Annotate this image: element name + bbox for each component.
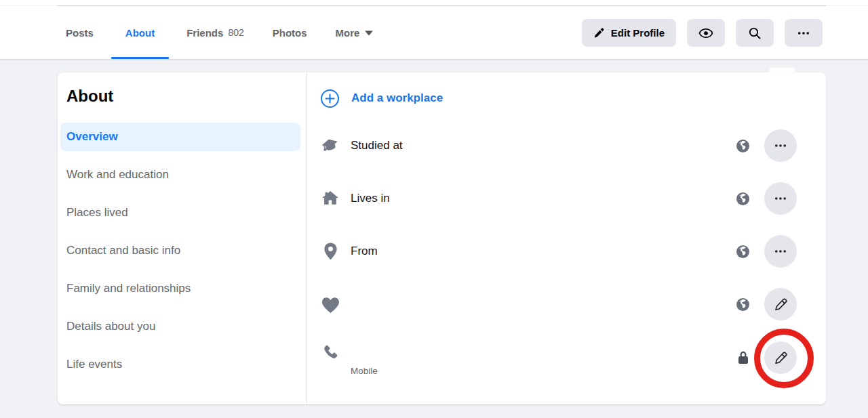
globe-icon: [736, 192, 750, 206]
ellipsis-icon: [774, 192, 787, 205]
more-options-button[interactable]: [785, 19, 823, 47]
pencil-filled-icon: [593, 27, 605, 39]
location-pin-icon: [320, 242, 340, 262]
eye-icon: [698, 26, 713, 41]
about-sidebar-menu: OverviewWork and educationPlaces livedCo…: [60, 123, 300, 383]
graduation-cap-icon: [320, 135, 340, 156]
tab-label: More: [336, 27, 360, 39]
row-controls: [736, 129, 797, 162]
info-row-studied-at: Studied at: [320, 129, 797, 162]
row-controls: [736, 182, 797, 215]
sidebar-item-label: Life events: [66, 358, 122, 371]
house-icon: [320, 189, 340, 208]
sidebar-item-places-lived[interactable]: Places lived: [60, 194, 300, 232]
edit-profile-label: Edit Profile: [611, 27, 665, 39]
edit-button[interactable]: [764, 288, 797, 320]
row-controls: [736, 341, 797, 374]
options-button[interactable]: [764, 129, 797, 162]
sidebar-item-label: Contact and basic info: [66, 244, 180, 257]
active-tab-underline: [111, 57, 169, 59]
edit-profile-button[interactable]: Edit Profile: [582, 19, 676, 47]
plus-circle-icon: [320, 89, 340, 108]
search-profile-button[interactable]: [736, 19, 774, 47]
heart-icon: [320, 295, 340, 314]
add-workplace-label: Add a workplace: [351, 91, 443, 105]
row-label: Lives in: [351, 192, 390, 205]
tab-label: Friends: [186, 27, 223, 39]
sidebar-item-life-events[interactable]: Life events: [60, 346, 300, 383]
row-label: From: [351, 245, 378, 258]
profile-header: PostsAboutFriends802PhotosMore Edit Prof…: [0, 0, 868, 59]
lock-icon: [736, 350, 750, 366]
about-card-title: About: [66, 87, 113, 106]
friends-count: 802: [228, 27, 243, 38]
add-workplace-link[interactable]: Add a workplace: [320, 82, 443, 114]
about-card: About OverviewWork and educationPlaces l…: [58, 72, 826, 404]
sidebar-divider: [307, 72, 307, 404]
row-controls: [736, 288, 797, 320]
search-icon: [748, 26, 762, 40]
row-sublabel: Mobile: [351, 366, 378, 376]
phone-icon: [320, 343, 340, 361]
ellipsis-icon: [774, 139, 787, 152]
sidebar-item-label: Work and education: [66, 168, 169, 182]
tab-label: Photos: [273, 27, 307, 39]
sidebar-item-label: Details about you: [66, 320, 155, 333]
info-row-heart: [320, 288, 797, 320]
row-controls: [736, 235, 797, 268]
info-row-from: From: [320, 235, 797, 268]
globe-icon: [736, 139, 750, 153]
sidebar-item-overview[interactable]: Overview: [60, 123, 300, 151]
profile-tabs-bar: PostsAboutFriends802PhotosMore: [55, 6, 384, 59]
globe-icon: [736, 297, 750, 312]
sidebar-item-label: Family and relationships: [66, 282, 191, 295]
profile-actions-bar: Edit Profile: [582, 19, 823, 47]
tab-label: About: [125, 27, 155, 39]
tab-friends[interactable]: Friends802: [176, 6, 255, 59]
tab-posts[interactable]: Posts: [55, 6, 104, 59]
sidebar-item-label: Places lived: [66, 206, 128, 220]
tab-about[interactable]: About: [111, 6, 169, 59]
globe-icon: [736, 245, 750, 259]
sidebar-item-label: Overview: [66, 130, 118, 144]
tab-label: Posts: [66, 27, 94, 39]
row-label: Studied at: [351, 139, 403, 152]
info-row-phone: Mobile: [320, 341, 797, 374]
sidebar-item-contact-and-basic-info[interactable]: Contact and basic info: [60, 232, 300, 270]
options-button[interactable]: [764, 235, 797, 268]
options-button[interactable]: [764, 182, 797, 215]
caret-down-icon: [365, 30, 373, 36]
ellipsis-icon: [774, 245, 787, 258]
tab-more[interactable]: More: [325, 6, 384, 59]
sidebar-item-details-about-you[interactable]: Details about you: [60, 308, 300, 346]
ellipsis-icon: [797, 26, 810, 40]
pencil-icon: [773, 350, 789, 366]
sidebar-item-family-and-relationships[interactable]: Family and relationships: [60, 270, 300, 308]
pencil-icon: [773, 297, 789, 312]
info-row-lives-in: Lives in: [320, 182, 797, 215]
sidebar-item-work-and-education[interactable]: Work and education: [60, 156, 300, 194]
mobile-edit-button[interactable]: [764, 341, 797, 374]
view-as-button[interactable]: [687, 19, 725, 47]
tab-photos[interactable]: Photos: [262, 6, 318, 59]
